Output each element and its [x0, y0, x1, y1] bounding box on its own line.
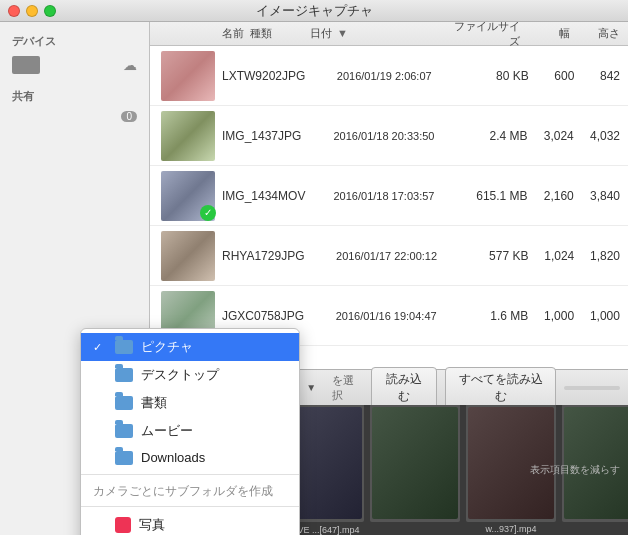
col-header-width[interactable]: 幅: [520, 26, 570, 41]
row-thumbnail: [158, 49, 218, 103]
minimize-button[interactable]: [26, 5, 38, 17]
reduce-label[interactable]: 表示項目数を減らす: [530, 463, 620, 477]
maximize-button[interactable]: [44, 5, 56, 17]
table-row[interactable]: RHYA1729 JPG 2016/01/17 22:00:12 577 KB …: [150, 226, 628, 286]
table-row[interactable]: IMG_1437 JPG 2016/01/18 20:33:50 2.4 MB …: [150, 106, 628, 166]
col-header-height[interactable]: 高さ: [570, 26, 620, 41]
folder-icon: [115, 396, 133, 410]
col-header-size[interactable]: ファイルサイズ: [450, 22, 520, 49]
row-width: 1,024: [528, 249, 574, 263]
import-all-button[interactable]: すべてを読み込む: [445, 367, 556, 409]
dropdown-item-デスクトップ[interactable]: デスクトップ: [81, 361, 299, 389]
import-button[interactable]: 読み込む: [371, 367, 438, 409]
dropdown-item-label: 写真: [139, 516, 165, 534]
row-name: JGXC0758: [218, 309, 281, 323]
window-title: イメージキャプチャ: [256, 2, 373, 20]
row-date: 2016/01/16 19:04:47: [336, 310, 464, 322]
dropdown-item-label: ムービー: [141, 422, 193, 440]
menu-separator: [81, 506, 299, 507]
row-type: JPG: [278, 129, 333, 143]
device-icon: [12, 56, 40, 74]
dropdown-item-Downloads[interactable]: Downloads: [81, 445, 299, 470]
row-date: 2016/01/18 20:33:50: [334, 130, 463, 142]
row-thumbnail: [158, 229, 218, 283]
row-width: 2,160: [528, 189, 574, 203]
col-header-date[interactable]: 日付 ▼: [310, 26, 450, 41]
thumbnail-image: [161, 231, 215, 281]
row-name: IMG_1434: [218, 189, 278, 203]
row-type: JPG: [281, 249, 336, 263]
sidebar-section-devices: デバイス: [0, 30, 149, 53]
folder-icon: [115, 451, 133, 465]
row-height: 1,820: [574, 249, 620, 263]
sidebar-device-item[interactable]: ☁: [0, 53, 149, 77]
table-header: 名前 種類 日付 ▼ ファイルサイズ 幅 高さ: [150, 22, 628, 46]
row-name: LXTW9202: [218, 69, 282, 83]
row-height: 1,000: [574, 309, 620, 323]
col-header-type[interactable]: 種類: [250, 26, 310, 41]
row-date: 2016/01/19 2:06:07: [337, 70, 465, 82]
close-button[interactable]: [8, 5, 20, 17]
row-width: 3,024: [528, 129, 574, 143]
row-type: JPG: [282, 69, 337, 83]
title-bar: イメージキャプチャ: [0, 0, 628, 22]
row-height: 3,840: [574, 189, 620, 203]
window-controls: [8, 5, 56, 17]
dropdown-item-ピクチャ[interactable]: ✓ ピクチャ: [81, 333, 299, 361]
app-icon: [115, 517, 131, 533]
filmstrip-thumbnail: [370, 405, 460, 522]
col-header-name[interactable]: 名前: [218, 26, 250, 41]
dropdown-item-label: 書類: [141, 394, 167, 412]
select-label: を選択: [332, 373, 363, 403]
row-name: IMG_1437: [218, 129, 278, 143]
slider-area: を選択: [332, 373, 363, 403]
row-name: RHYA1729: [218, 249, 281, 263]
cloud-icon: ☁: [123, 57, 137, 73]
row-date: 2016/01/17 22:00:12: [336, 250, 464, 262]
chevron-down-icon: ▼: [306, 382, 316, 393]
row-type: JPG: [281, 309, 336, 323]
row-thumbnail: ✓: [158, 169, 218, 223]
destination-dropdown-menu: ✓ ピクチャ デスクトップ 書類 ムービー Downloads カメラごとにサブ…: [80, 328, 300, 535]
filmstrip-item[interactable]: [370, 405, 460, 535]
dropdown-item-写真[interactable]: 写真: [81, 511, 299, 535]
dropdown-item-ムービー[interactable]: ムービー: [81, 417, 299, 445]
folder-icon: [115, 340, 133, 354]
dropdown-item-label: デスクトップ: [141, 366, 219, 384]
table-body: LXTW9202 JPG 2016/01/19 2:06:07 80 KB 60…: [150, 46, 628, 369]
dropdown-item-label: ピクチャ: [141, 338, 193, 356]
row-width: 1,000: [528, 309, 574, 323]
dropdown-item-書類[interactable]: 書類: [81, 389, 299, 417]
row-width: 600: [529, 69, 575, 83]
dropdown-item-label: Downloads: [141, 450, 205, 465]
thumbnail-image: [161, 111, 215, 161]
filmstrip-image: [372, 407, 458, 519]
folder-icon: [115, 368, 133, 382]
row-size: 577 KB: [464, 249, 528, 263]
row-height: 842: [574, 69, 620, 83]
check-icon: ✓: [93, 341, 107, 354]
row-size: 615.1 MB: [463, 189, 528, 203]
thumbnail-image: [161, 51, 215, 101]
row-size: 80 KB: [465, 69, 529, 83]
row-date: 2016/01/18 17:03:57: [334, 190, 463, 202]
filmstrip-label: w...937].mp4: [485, 524, 536, 534]
zoom-slider[interactable]: [564, 386, 620, 390]
check-badge: ✓: [200, 205, 216, 221]
row-type: MOV: [278, 189, 333, 203]
sidebar-shared-item[interactable]: 0: [0, 108, 149, 125]
row-size: 1.6 MB: [464, 309, 528, 323]
folder-icon: [115, 424, 133, 438]
dropdown-section-label: カメラごとにサブフォルダを作成: [81, 479, 299, 502]
row-height: 4,032: [574, 129, 620, 143]
row-size: 2.4 MB: [463, 129, 528, 143]
row-thumbnail: [158, 109, 218, 163]
table-row[interactable]: ✓ IMG_1434 MOV 2016/01/18 17:03:57 615.1…: [150, 166, 628, 226]
table-row[interactable]: LXTW9202 JPG 2016/01/19 2:06:07 80 KB 60…: [150, 46, 628, 106]
sidebar-section-shared: 共有: [0, 85, 149, 108]
sort-icon: ▼: [337, 27, 348, 39]
shared-count-badge: 0: [121, 111, 137, 122]
menu-separator: [81, 474, 299, 475]
